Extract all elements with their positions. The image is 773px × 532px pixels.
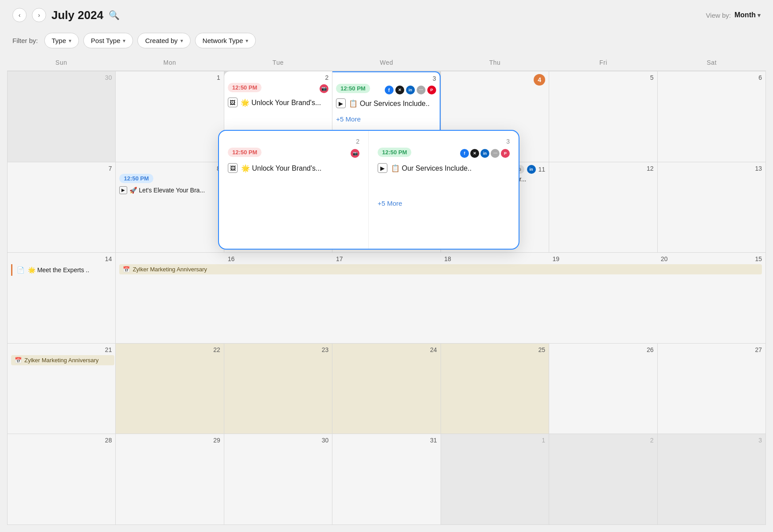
view-by-label: View by: xyxy=(706,12,731,19)
zylker-text-w4: Zylker Marketing Anniversary xyxy=(24,357,99,364)
header: ‹ › July 2024 🔍 View by: Month ▾ xyxy=(0,0,773,28)
calendar-week-5: 28 29 30 31 1 2 3 xyxy=(8,434,765,524)
popup-extra-3: ⋯ xyxy=(491,149,500,158)
network-type-filter-button[interactable]: Network Type ▾ xyxy=(195,33,256,48)
cell-jul-5[interactable]: 5 xyxy=(549,71,657,162)
cell-jul-14[interactable]: 14 📄 🌟 Meet the Experts .. xyxy=(8,253,115,343)
day-header-wed: Wed xyxy=(332,55,441,70)
more-link-3[interactable]: +5 More xyxy=(336,115,436,123)
popup-more-3[interactable]: +5 More xyxy=(378,200,510,207)
header-right: View by: Month ▾ xyxy=(706,11,761,19)
cell-jun-30[interactable]: 30 xyxy=(8,71,115,162)
date-jul-24: 24 xyxy=(336,346,437,353)
date-aug-1: 1 xyxy=(445,437,545,444)
popup-post-icon-2: 🖼 xyxy=(228,163,238,173)
instagram-icon-2: 📷 xyxy=(320,84,328,93)
prev-month-button[interactable]: ‹ xyxy=(12,8,27,22)
date-jul-11: 11 xyxy=(539,166,546,173)
date-jul-7: 7 xyxy=(11,165,112,172)
cell-jul-23[interactable]: 23 xyxy=(224,344,332,434)
day-header-thu: Thu xyxy=(441,55,549,70)
network-type-chevron-icon: ▾ xyxy=(246,38,248,44)
post-item-8[interactable]: ▶ 🚀 Let's Elevate Your Bra... xyxy=(119,186,220,194)
cell-jul-7[interactable]: 7 xyxy=(8,162,115,253)
filter-bar: Filter by: Type ▾ Post Type ▾ Created by… xyxy=(0,28,773,55)
time-badge-3: 12:50 PM xyxy=(336,84,370,93)
facebook-icon-3: f xyxy=(385,86,394,94)
view-select[interactable]: Month ▾ xyxy=(734,11,761,19)
popup-post-icon-3: ▶ xyxy=(378,163,387,173)
cell-jul-15[interactable]: 15 📅 Zylker Marketing Anniversary 16 17 … xyxy=(116,253,765,343)
meet-experts-bar[interactable]: 📄 🌟 Meet the Experts .. xyxy=(11,264,112,276)
type-filter-button[interactable]: Type ▾ xyxy=(44,33,79,48)
cell-jul-13[interactable]: 13 xyxy=(658,162,765,253)
popup-post-2[interactable]: 🖼 🌟 Unlock Your Brand's... xyxy=(228,163,359,173)
popup-time-2: 12:50 PM xyxy=(228,148,262,157)
cell-jul-25[interactable]: 25 xyxy=(441,344,549,434)
linkedin-icon-11: in xyxy=(527,165,536,174)
calendar-week-4: 21 📅 Zylker Marketing Anniversary 22 23 … xyxy=(8,344,765,434)
date-jul-8: 8 xyxy=(119,165,220,172)
post-item-3[interactable]: ▶ 📋 Our Services Include.. xyxy=(336,98,436,108)
popup-post-3[interactable]: ▶ 📋 Our Services Include.. xyxy=(378,163,510,173)
cell-jul-31[interactable]: 31 xyxy=(332,434,440,524)
date-jul-5: 5 xyxy=(553,74,653,81)
cell-jul-6[interactable]: 6 xyxy=(658,71,765,162)
cell-jul-8[interactable]: 8 12:50 PM ▶ 🚀 Let's Elevate Your Bra... xyxy=(116,162,223,253)
day-header-tue: Tue xyxy=(224,55,332,70)
cell-aug-1[interactable]: 1 xyxy=(441,434,549,524)
popup-date-3: 3 xyxy=(378,138,510,145)
post-type-filter-button[interactable]: Post Type ▾ xyxy=(83,33,133,48)
date-jul-31: 31 xyxy=(336,437,437,444)
post-icon-2: 🖼 xyxy=(228,98,238,107)
header-left: ‹ › July 2024 🔍 xyxy=(12,8,120,22)
created-by-filter-button[interactable]: Created by ▾ xyxy=(137,33,190,48)
zylker-text-w3: Zylker Marketing Anniversary xyxy=(133,266,207,273)
date-aug-3: 3 xyxy=(661,437,762,444)
popup-col-right: 3 12:50 PM f ✕ in ⋯ P ▶ 📋 Our Serv xyxy=(369,131,519,249)
popup-time-row-3: 12:50 PM f ✕ in ⋯ P xyxy=(336,84,436,95)
popup-linkedin-3: in xyxy=(480,149,489,158)
cell-jul-21[interactable]: 21 📅 Zylker Marketing Anniversary xyxy=(8,344,115,434)
date-jul-26: 26 xyxy=(553,346,653,353)
date-jul-3: 3 xyxy=(336,75,436,82)
day-headers: Sun Mon Tue Wed Thu Fri Sat xyxy=(7,55,766,71)
date-jun-30: 30 xyxy=(11,74,112,81)
cell-aug-2[interactable]: 2 xyxy=(549,434,657,524)
popup-pinterest-3: P xyxy=(501,149,510,158)
calendar-icon-zylker-w3: 📅 xyxy=(123,266,130,273)
meet-experts-text: 🌟 Meet the Experts .. xyxy=(28,266,89,274)
pinterest-icon-3: P xyxy=(427,86,436,94)
calendar-search-icon[interactable]: 🔍 xyxy=(109,10,120,20)
cell-jul-1[interactable]: 1 xyxy=(116,71,223,162)
date-jul-14: 14 xyxy=(11,255,112,262)
day-header-sat: Sat xyxy=(657,55,766,70)
cell-jul-26[interactable]: 26 xyxy=(549,344,657,434)
date-jul-23: 23 xyxy=(228,346,328,353)
type-chevron-icon: ▾ xyxy=(69,38,71,44)
cell-jul-22[interactable]: 22 xyxy=(116,344,223,434)
popup-date-2: 2 xyxy=(228,138,359,145)
popup-card[interactable]: 2 12:50 PM 📷 🖼 🌟 Unlock Your Brand's... xyxy=(218,130,519,250)
view-select-value: Month xyxy=(734,11,756,19)
popup-time-row-2: 12:50 PM 📷 xyxy=(228,83,328,94)
cell-jul-27[interactable]: 27 xyxy=(658,344,765,434)
zylker-bar-week4-start[interactable]: 📅 Zylker Marketing Anniversary xyxy=(11,355,114,365)
cell-jul-24[interactable]: 24 xyxy=(332,344,440,434)
cell-jul-28[interactable]: 28 xyxy=(8,434,115,524)
linkedin-icon-3: in xyxy=(406,86,415,94)
cell-jul-30[interactable]: 30 xyxy=(224,434,332,524)
post-item-2[interactable]: 🖼 🌟 Unlock Your Brand's... xyxy=(228,98,328,107)
social-icons-3: f ✕ in ⋯ P xyxy=(385,86,436,94)
zylker-bar-week3[interactable]: 📅 Zylker Marketing Anniversary xyxy=(119,264,762,274)
next-month-button[interactable]: › xyxy=(32,8,46,22)
cell-jul-29[interactable]: 29 xyxy=(116,434,223,524)
cell-jul-12[interactable]: 12 xyxy=(549,162,657,253)
popup-instagram-2: 📷 xyxy=(351,149,359,158)
cell-aug-3[interactable]: 3 xyxy=(658,434,765,524)
date-jul-25: 25 xyxy=(445,346,545,353)
date-jul-30: 30 xyxy=(228,437,328,444)
popup-x-3: ✕ xyxy=(470,149,479,158)
date-jul-21: 21 xyxy=(11,346,112,353)
date-jul-6: 6 xyxy=(661,74,762,81)
